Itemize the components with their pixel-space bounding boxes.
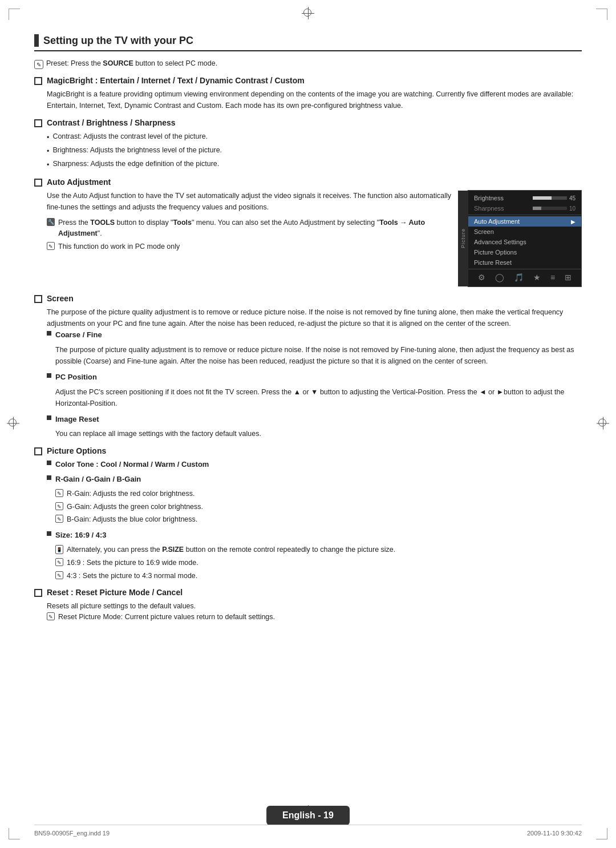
rgb-gain-title: R-Gain / G-Gain / B-Gain [55, 474, 141, 486]
contrast-bullet-3-text: Sharpness: Adjusts the edge definition o… [52, 158, 219, 171]
contrast-bullet-3: • Sharpness: Adjusts the edge definition… [47, 158, 582, 171]
image-reset-subsection: Image Reset You can replace all image se… [47, 414, 582, 440]
tv-icon-1: ⚙ [478, 273, 485, 282]
tv-sharpness-value: 10 [569, 205, 576, 212]
bgain-note: ✎ B-Gain: Adjusts the blue color brightn… [55, 514, 582, 525]
coarse-fine-header: Coarse / Fine [47, 329, 582, 341]
tools-note: 🔧 Press the TOOLS button to display "Too… [47, 217, 456, 239]
reset-body: Resets all picture settings to the defau… [47, 600, 582, 623]
picture-options-section: Picture Options Color Tone : Cool / Norm… [34, 446, 582, 581]
footer-right: 2009-11-10 9:30:42 [527, 830, 582, 837]
main-content: Setting up the TV with your PC ✎ Preset:… [34, 34, 582, 623]
auto-adjustment-title: Auto Adjustment [47, 177, 111, 187]
screen-header: Screen [34, 294, 582, 303]
picture-options-checkbox [34, 447, 42, 455]
tv-menu-tab-label: Picture [460, 228, 466, 248]
pc-mode-note: ✎ This function do work in PC mode only [47, 241, 456, 252]
auto-adjustment-body: Use the Auto Adjust function to have the… [47, 190, 456, 213]
pc-mode-text: This function do work in PC mode only [58, 241, 180, 252]
contrast-bullet-2: • Brightness: Adjusts the brightness lev… [47, 144, 582, 157]
size-notes: 📱 Alternately, you can press the P.SIZE … [55, 544, 582, 581]
rgb-gain-sq [47, 475, 51, 480]
magicbright-body: MagicBright is a feature providing optim… [47, 88, 582, 111]
bullet-dot-3: • [47, 159, 49, 171]
contrast-header: Contrast / Brightness / Sharpness [34, 118, 582, 127]
corner-mark-tl [9, 9, 20, 20]
section-title-text: Setting up the TV with your PC [43, 35, 193, 47]
page-footer: BN59-00905F_eng.indd 19 2009-11-10 9:30:… [34, 825, 582, 837]
auto-adjustment-header: Auto Adjustment [34, 177, 582, 187]
rgain-note: ✎ R-Gain: Adjusts the red color brightne… [55, 488, 582, 499]
reset-body-text: Resets all picture settings to the defau… [47, 600, 582, 612]
psize-bold: P.SIZE [162, 546, 184, 554]
page-number-box: English - 19 [266, 806, 350, 825]
rgain-icon: ✎ [55, 489, 63, 497]
tv-icon-6: ⊞ [565, 273, 572, 282]
pc-position-subsection: PC Position Adjust the PC's screen posit… [47, 371, 582, 409]
contrast-title: Contrast / Brightness / Sharpness [47, 118, 176, 127]
tv-icon-4: ★ [533, 273, 541, 282]
tv-screen-label: Screen [474, 228, 494, 235]
size-169-note: ✎ 16:9 : Sets the picture to 16:9 wide m… [55, 558, 582, 568]
picture-options-header: Picture Options [34, 446, 582, 455]
image-reset-title: Image Reset [55, 414, 99, 426]
preset-source-bold: SOURCE [103, 59, 133, 67]
tv-icon-3: 🎵 [514, 273, 524, 282]
tv-picture-reset-label: Picture Reset [474, 259, 512, 266]
reset-title: Reset : Reset Picture Mode / Cancel [47, 588, 183, 597]
page-number-text: English - 19 [282, 810, 334, 820]
title-bar-decoration [34, 34, 39, 47]
reset-checkbox [34, 589, 42, 597]
auto-adjustment-text-col: Use the Auto Adjust function to have the… [47, 190, 456, 287]
picture-options-body: Color Tone : Cool / Normal / Warm / Cust… [47, 459, 582, 581]
size-43-note: ✎ 4:3 : Sets the picture to 4:3 normal m… [55, 571, 582, 582]
coarse-fine-title: Coarse / Fine [55, 329, 102, 341]
screen-body: The purpose of the picture quality adjus… [47, 306, 582, 439]
tv-brightness-fill [533, 196, 552, 200]
tv-sharpness-label: Sharpness [474, 205, 504, 212]
picture-options-title: Picture Options [47, 446, 106, 455]
coarse-fine-body: The purpose of picture quality adjustmen… [55, 344, 582, 367]
tv-brightness-label: Brightness [474, 195, 504, 201]
size-43-icon: ✎ [55, 571, 63, 579]
ggain-note: ✎ G-Gain: Adjusts the green color bright… [55, 502, 582, 512]
size-sq [47, 531, 51, 536]
reset-section: Reset : Reset Picture Mode / Cancel Rese… [34, 588, 582, 623]
contrast-body: • Contrast: Adjusts the contrast level o… [47, 131, 582, 171]
tv-menu-sharpness: Sharpness 10 [468, 203, 581, 213]
reset-note: ✎ Reset Picture Mode: Current picture va… [47, 612, 582, 623]
pc-position-body: Adjust the PC's screen positioning if it… [55, 386, 582, 409]
size-title: Size: 16:9 / 4:3 [55, 530, 107, 542]
color-tone-header: Color Tone : Cool / Normal / Warm / Cust… [47, 459, 582, 471]
tv-menu-divider-1 [468, 215, 581, 215]
pc-position-header: PC Position [47, 371, 582, 383]
contrast-bullet-2-text: Brightness: Adjusts the brightness level… [52, 144, 222, 157]
contrast-bullet-1: • Contrast: Adjusts the contrast level o… [47, 131, 582, 143]
tv-menu-icons-row: ⚙ ◯ 🎵 ★ ≡ ⊞ [468, 270, 581, 284]
footer-left: BN59-00905F_eng.indd 19 [34, 830, 110, 837]
tv-menu-brightness: Brightness 45 [468, 193, 581, 203]
tv-menu-picture-reset: Picture Reset [468, 257, 581, 268]
psize-text: Alternately, you can press the P.SIZE bu… [67, 544, 395, 555]
corner-mark-br [596, 828, 607, 839]
screen-checkbox [34, 295, 42, 303]
reset-note-icon: ✎ [47, 612, 55, 620]
corner-mark-tr [596, 9, 607, 20]
tv-picture-options-label: Picture Options [474, 249, 517, 256]
tools-bold: TOOLS [90, 219, 115, 227]
color-tone-subsection: Color Tone : Cool / Normal / Warm / Cust… [47, 459, 582, 471]
size-header: Size: 16:9 / 4:3 [47, 530, 582, 542]
auto-adjustment-section: Auto Adjustment Use the Auto Adjust func… [34, 177, 582, 287]
tv-brightness-value: 45 [569, 195, 576, 201]
size-169-text: 16:9 : Sets the picture to 16:9 wide mod… [67, 558, 198, 568]
psize-note: 📱 Alternately, you can press the P.SIZE … [55, 544, 582, 555]
tv-auto-adj-arrow: ▶ [571, 219, 576, 225]
pc-position-title: PC Position [55, 371, 97, 383]
tv-menu-tab: Picture [458, 191, 468, 286]
rgb-gain-header: R-Gain / G-Gain / B-Gain [47, 474, 582, 486]
remote-icon: 📱 [55, 545, 63, 554]
contrast-section: Contrast / Brightness / Sharpness • Cont… [34, 118, 582, 171]
tv-menu-picture-options: Picture Options [468, 247, 581, 257]
right-center-crosshair [597, 417, 609, 431]
screen-body-text: The purpose of the picture quality adjus… [47, 306, 582, 329]
